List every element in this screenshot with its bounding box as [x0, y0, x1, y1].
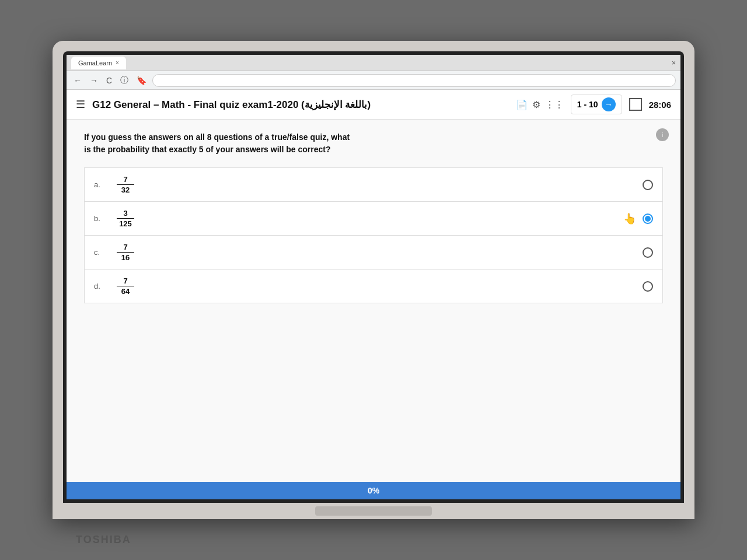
- settings-icon[interactable]: ⚙: [532, 99, 540, 110]
- denominator-2: 16: [121, 253, 130, 262]
- document-icon: 📄: [516, 99, 528, 110]
- denominator-3: 64: [121, 287, 130, 296]
- question-range: 1 - 10: [577, 100, 598, 109]
- radio-2[interactable]: [643, 247, 653, 258]
- progress-bar: 0%: [67, 482, 680, 499]
- radio-3[interactable]: [643, 281, 653, 292]
- laptop-frame: GamaLearn × × ← → C ⓘ 🔖 ☰: [53, 41, 694, 519]
- answer-option-c[interactable]: c.716: [84, 236, 663, 270]
- quiz-title: G12 General – Math - Final quiz exam1-20…: [92, 99, 509, 111]
- tab-close-button[interactable]: ×: [116, 60, 119, 66]
- info-button[interactable]: ⓘ: [118, 74, 131, 87]
- denominator-1: 125: [119, 219, 132, 228]
- screen: GamaLearn × × ← → C ⓘ 🔖 ☰: [67, 55, 680, 499]
- question-text: If you guess the answers on all 8 questi…: [84, 131, 663, 156]
- screen-bezel: GamaLearn × × ← → C ⓘ 🔖 ☰: [63, 51, 684, 503]
- radio-1[interactable]: [643, 214, 653, 224]
- address-bar[interactable]: [152, 74, 676, 87]
- option-label-1: b.: [94, 214, 108, 223]
- option-label-0: a.: [94, 180, 108, 189]
- numerator-3: 7: [123, 276, 127, 285]
- numerator-1: 3: [123, 209, 127, 218]
- quiz-header: ☰ G12 General – Math - Final quiz exam1-…: [67, 90, 680, 120]
- timer-display: 28:06: [649, 100, 671, 110]
- answer-option-b[interactable]: b.3125👆: [84, 202, 663, 236]
- browser-tab[interactable]: GamaLearn ×: [71, 57, 126, 69]
- numerator-0: 7: [123, 175, 127, 184]
- cursor-hand-1: 👆: [623, 212, 636, 225]
- fraction-line-1: [117, 218, 134, 219]
- numerator-2: 7: [123, 243, 127, 251]
- question-nav: 1 - 10 →: [571, 94, 622, 114]
- option-label-3: d.: [94, 282, 108, 290]
- fraction-0: 732: [108, 175, 143, 194]
- back-button[interactable]: ←: [71, 75, 84, 86]
- progress-text: 0%: [368, 486, 379, 495]
- answer-option-d[interactable]: d.764: [84, 270, 663, 303]
- denominator-0: 32: [121, 186, 130, 194]
- fraction-line-0: [117, 184, 134, 185]
- menu-icon[interactable]: ☰: [76, 98, 85, 111]
- fullscreen-icon[interactable]: [629, 98, 642, 111]
- laptop-base: [53, 503, 694, 519]
- trackpad[interactable]: [315, 506, 432, 516]
- window-close-button[interactable]: ×: [672, 59, 676, 67]
- grid-icon[interactable]: ⋮⋮: [545, 99, 564, 110]
- tab-label: GamaLearn: [78, 60, 112, 66]
- question-line-1: If you guess the answers on all 8 questi…: [84, 132, 350, 142]
- quiz-content: i If you guess the answers on all 8 ques…: [67, 120, 680, 482]
- question-line-2: is the probability that exactly 5 of you…: [84, 145, 330, 154]
- bookmark-button[interactable]: 🔖: [134, 75, 149, 86]
- radio-0[interactable]: [643, 180, 653, 190]
- fraction-3: 764: [108, 276, 143, 296]
- option-label-2: c.: [94, 248, 108, 257]
- refresh-button[interactable]: C: [104, 75, 114, 86]
- browser-titlebar: GamaLearn × ×: [67, 55, 680, 71]
- fraction-1: 3125: [108, 209, 143, 228]
- next-question-button[interactable]: →: [602, 97, 616, 111]
- fraction-2: 716: [108, 243, 143, 262]
- forward-button[interactable]: →: [88, 75, 100, 86]
- fraction-line-2: [117, 252, 134, 253]
- brand-label: TOSHIBA: [76, 534, 131, 546]
- header-icons: 📄 ⚙ ⋮⋮: [516, 99, 564, 110]
- help-icon[interactable]: i: [656, 128, 669, 141]
- answer-option-a[interactable]: a.732: [84, 167, 663, 202]
- fraction-line-3: [117, 286, 134, 286]
- answer-options-container: a.732b.3125👆c.716d.764: [84, 167, 663, 303]
- browser-toolbar: ← → C ⓘ 🔖: [67, 71, 680, 90]
